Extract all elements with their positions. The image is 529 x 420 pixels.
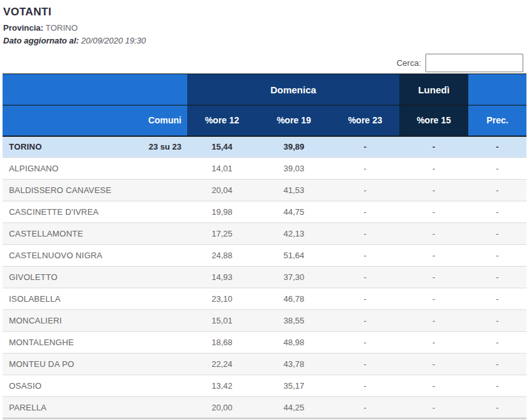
group-header-row: Domenica Lunedì xyxy=(3,74,526,105)
table-row: ALPIGNANO14,0139,03--- xyxy=(3,158,526,180)
column-header-ore19[interactable]: %ore 19 xyxy=(257,105,331,136)
cell-ore12: 13,42 xyxy=(187,375,257,397)
cell-name: CASTELLAMONTE xyxy=(3,223,118,245)
cell-name: MONTALENGHE xyxy=(3,332,118,354)
cell-comuni xyxy=(118,375,187,397)
table-row: CASTELLAMONTE17,2542,13--- xyxy=(3,223,526,245)
cell-ore15: - xyxy=(399,136,468,158)
table-row: MONCALIERI15,0138,55--- xyxy=(3,310,526,332)
cell-ore12: 14,01 xyxy=(187,158,257,180)
cell-ore15: - xyxy=(399,267,468,288)
cell-ore19: 51,64 xyxy=(257,245,331,267)
provincia-value: TORINO xyxy=(45,23,77,33)
cell-prec: - xyxy=(468,158,526,180)
column-header-name xyxy=(3,105,118,136)
votanti-table: Domenica Lunedì Comuni %ore 12 %ore 19 %… xyxy=(3,74,526,419)
table-row: CASTELNUOVO NIGRA24,8851,64--- xyxy=(3,245,526,267)
cell-ore15: - xyxy=(399,310,468,332)
table-row: GIVOLETTO14,9337,30--- xyxy=(3,267,526,288)
cell-ore23: - xyxy=(331,332,399,354)
cell-prec: - xyxy=(468,354,526,375)
table-row: MONTALENGHE18,6848,98--- xyxy=(3,332,526,354)
table-row: ISOLABELLA23,1046,78--- xyxy=(3,288,526,310)
cell-ore19: 41,53 xyxy=(257,180,331,201)
cell-ore19: 44,25 xyxy=(257,397,331,419)
cell-ore12: 22,24 xyxy=(187,354,257,375)
group-header-empty-right xyxy=(468,74,526,105)
column-header-row: Comuni %ore 12 %ore 19 %ore 23 %ore 15 P… xyxy=(3,105,526,136)
cell-ore19: 37,30 xyxy=(257,267,331,288)
updated-line: Dato aggiornato al: 20/09/2020 19:30 xyxy=(3,36,525,45)
cell-prec: - xyxy=(468,223,526,245)
cell-ore15: - xyxy=(399,180,468,201)
cell-ore23: - xyxy=(331,136,399,158)
cell-prec: - xyxy=(468,375,526,397)
cell-ore19: 35,17 xyxy=(257,375,331,397)
cell-ore15: - xyxy=(399,397,468,419)
cell-name: MONCALIERI xyxy=(3,310,118,332)
cell-ore12: 15,44 xyxy=(187,136,257,158)
cell-name: PARELLA xyxy=(3,397,118,419)
cell-name: ALPIGNANO xyxy=(3,158,118,180)
column-header-ore15[interactable]: %ore 15 xyxy=(399,105,468,136)
provincia-line: Provincia: TORINO xyxy=(3,23,525,33)
cell-ore12: 20,00 xyxy=(187,397,257,419)
cell-name: BALDISSERO CANAVESE xyxy=(3,180,118,201)
cell-prec: - xyxy=(468,288,526,310)
cell-ore12: 18,68 xyxy=(187,332,257,354)
updated-value: 20/09/2020 19:30 xyxy=(81,36,146,45)
cell-ore19: 38,55 xyxy=(257,310,331,332)
summary-row: TORINO23 su 2315,4439,89--- xyxy=(3,136,526,158)
cell-ore23: - xyxy=(331,267,399,288)
cell-ore12: 20,04 xyxy=(187,180,257,201)
cell-comuni xyxy=(118,332,187,354)
column-header-prec[interactable]: Prec. xyxy=(468,105,526,136)
cell-comuni xyxy=(118,245,187,267)
table-header: Domenica Lunedì Comuni %ore 12 %ore 19 %… xyxy=(3,74,526,136)
cell-ore19: 48,98 xyxy=(257,332,331,354)
cell-prec: - xyxy=(468,136,526,158)
cell-ore12: 23,10 xyxy=(187,288,257,310)
cell-ore15: - xyxy=(399,245,468,267)
cell-ore19: 44,75 xyxy=(257,201,331,223)
cell-ore19: 39,03 xyxy=(257,158,331,180)
cell-ore23: - xyxy=(331,397,399,419)
cell-comuni xyxy=(118,180,187,201)
cell-comuni xyxy=(118,310,187,332)
table-row: CASCINETTE D'IVREA19,9844,75--- xyxy=(3,201,526,223)
cell-ore23: - xyxy=(331,245,399,267)
cell-name: OSASIO xyxy=(3,375,118,397)
cell-ore15: - xyxy=(399,223,468,245)
cell-comuni: 23 su 23 xyxy=(118,136,187,158)
cell-ore12: 17,25 xyxy=(187,223,257,245)
search-row: Cerca: xyxy=(397,54,523,72)
cell-prec: - xyxy=(468,180,526,201)
table-body: TORINO23 su 2315,4439,89---ALPIGNANO14,0… xyxy=(3,136,526,419)
cell-prec: - xyxy=(468,245,526,267)
column-header-comuni[interactable]: Comuni xyxy=(118,105,187,136)
cell-comuni xyxy=(118,288,187,310)
cell-name: ISOLABELLA xyxy=(3,288,118,310)
group-header-domenica: Domenica xyxy=(187,74,399,105)
column-header-ore23[interactable]: %ore 23 xyxy=(331,105,399,136)
cell-ore19: 46,78 xyxy=(257,288,331,310)
cell-ore19: 42,13 xyxy=(257,223,331,245)
cell-ore15: - xyxy=(399,354,468,375)
cell-ore12: 19,98 xyxy=(187,201,257,223)
cell-ore23: - xyxy=(331,223,399,245)
cell-ore23: - xyxy=(331,158,399,180)
cell-name: GIVOLETTO xyxy=(3,267,118,288)
search-input[interactable] xyxy=(425,54,523,72)
cell-comuni xyxy=(118,158,187,180)
cell-comuni xyxy=(118,223,187,245)
search-label: Cerca: xyxy=(397,58,421,68)
cell-prec: - xyxy=(468,267,526,288)
cell-prec: - xyxy=(468,397,526,419)
cell-prec: - xyxy=(468,310,526,332)
cell-name: MONTEU DA PO xyxy=(3,354,118,375)
group-header-empty-left xyxy=(3,74,187,105)
column-header-ore12[interactable]: %ore 12 xyxy=(187,105,257,136)
cell-comuni xyxy=(118,397,187,419)
cell-ore15: - xyxy=(399,158,468,180)
table-row: BALDISSERO CANAVESE20,0441,53--- xyxy=(3,180,526,201)
